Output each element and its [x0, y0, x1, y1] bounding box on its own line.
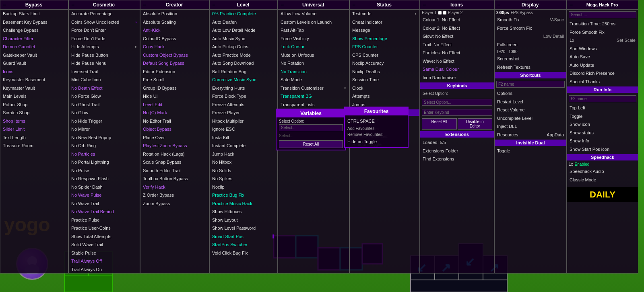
list-item[interactable]: No Transition: [278, 68, 349, 76]
creator-minimize[interactable]: −: [143, 2, 146, 8]
refresh-textures-item[interactable]: Refresh Textures: [495, 63, 566, 72]
list-item[interactable]: FPS Counter: [350, 43, 419, 51]
options-item[interactable]: Options: [495, 89, 566, 98]
list-item[interactable]: Testmode▸: [350, 10, 419, 18]
list-item[interactable]: Verify Hack: [140, 183, 209, 191]
list-item[interactable]: Shop Items: [0, 117, 68, 125]
list-item[interactable]: Trail Always On: [69, 265, 140, 273]
display-header[interactable]: − Display: [495, 0, 566, 10]
list-item[interactable]: Noclip: [210, 183, 277, 191]
keybind-reset-all-button[interactable]: Reset All: [422, 118, 457, 130]
level-header[interactable]: − Level: [210, 0, 277, 10]
disable-editor-button[interactable]: Disable in Editor: [458, 118, 493, 130]
list-item[interactable]: Editor Extension: [140, 68, 209, 76]
list-item[interactable]: No Hitbox: [210, 158, 277, 167]
list-item[interactable]: Gatekeeper Vault: [0, 51, 68, 60]
list-item[interactable]: Force Smooth Fix: [495, 24, 566, 33]
list-item[interactable]: Attempts: [350, 92, 419, 101]
list-item[interactable]: Special Thanks: [567, 78, 638, 86]
cosmetic-minimize[interactable]: −: [71, 2, 74, 8]
fullscreen-item[interactable]: Fullscreen: [495, 41, 566, 49]
list-item[interactable]: No Rotation: [278, 59, 349, 68]
list-item[interactable]: Solid Wave Trail: [69, 241, 140, 249]
inject-dll-item[interactable]: Inject DLL: [495, 122, 566, 131]
list-item[interactable]: Auto Practice Mode: [210, 51, 277, 60]
list-item[interactable]: CPS Counter: [350, 51, 419, 60]
list-item[interactable]: No Pulse: [69, 167, 140, 175]
bypass-minimize[interactable]: −: [3, 2, 6, 8]
list-item[interactable]: Accurate Percentage: [69, 10, 140, 18]
list-item[interactable]: No Death Effect: [69, 84, 140, 93]
list-item[interactable]: Mute on Unfocus: [278, 51, 349, 60]
list-item[interactable]: Force Don't Fade: [69, 35, 140, 43]
list-item[interactable]: Smart Start Pos▌: [210, 232, 277, 241]
list-item[interactable]: Mini Cube Icon: [69, 76, 140, 84]
mega-hack-header[interactable]: − Mega Hack Pro: [567, 0, 638, 10]
icons-minimize[interactable]: −: [423, 2, 426, 8]
list-item[interactable]: Corrective Music Sync: [210, 76, 277, 84]
list-item[interactable]: Freeze Attempts: [210, 101, 277, 109]
list-item[interactable]: Trail: No Effect: [420, 41, 494, 49]
list-item[interactable]: Object Bypass: [140, 125, 209, 134]
list-item[interactable]: Show Total Attempts: [69, 232, 140, 241]
list-item[interactable]: Show Percentage: [350, 35, 419, 43]
list-item[interactable]: Basement Key Bypass: [0, 18, 68, 27]
list-item[interactable]: No Hide Trigger: [69, 117, 140, 125]
keybind-enter-input[interactable]: [422, 109, 492, 116]
list-item[interactable]: Force Smooth Fix: [567, 28, 638, 37]
display-minimize[interactable]: −: [497, 2, 500, 8]
list-item[interactable]: Auto Pickup Coins: [210, 43, 277, 51]
list-item[interactable]: StartPos Switcher: [210, 241, 277, 249]
find-extensions-button[interactable]: Find Extensions: [420, 155, 494, 163]
list-item[interactable]: No Respawn Flash: [69, 175, 140, 183]
list-item[interactable]: Hitbox Multiplier: [210, 117, 277, 125]
list-item[interactable]: Toolbox Button Bypass: [140, 175, 209, 183]
hide-on-toggle-item[interactable]: Hide on Toggle: [347, 138, 405, 146]
list-item[interactable]: 0% Practice Complete: [210, 10, 277, 18]
list-item[interactable]: Jump Hack: [210, 150, 277, 158]
list-item[interactable]: Practice Bug Fix: [210, 191, 277, 199]
list-item[interactable]: Inversed Trail: [69, 68, 140, 76]
list-item[interactable]: Transparent BG: [278, 92, 349, 101]
shortcuts-name-input[interactable]: [496, 81, 565, 88]
creator-header[interactable]: − Creator: [140, 0, 209, 10]
list-item[interactable]: Insta Kill: [210, 134, 277, 142]
list-item[interactable]: Absolute Position: [140, 10, 209, 18]
list-item[interactable]: Safe Mode: [278, 76, 349, 84]
list-item[interactable]: Auto Update: [567, 61, 638, 70]
list-item[interactable]: Character Filter: [0, 35, 68, 43]
list-item[interactable]: Noclip Deaths: [350, 68, 419, 76]
list-item[interactable]: Practice User-Coins: [69, 224, 140, 232]
variables-reset-all-button[interactable]: Reset All: [279, 140, 343, 148]
list-item[interactable]: No Orb Ring: [69, 142, 140, 150]
list-item[interactable]: Guard Vault: [0, 59, 68, 68]
list-item[interactable]: Treasure Room: [0, 142, 68, 150]
list-item[interactable]: Lock Cursor: [278, 43, 349, 51]
list-item[interactable]: No Particles: [69, 150, 140, 158]
list-item[interactable]: Rotation Hack (Lags): [140, 150, 209, 158]
universal-minimize[interactable]: −: [281, 2, 284, 8]
screenshot-item[interactable]: Screenshot: [495, 55, 566, 63]
status-header[interactable]: − Status: [350, 0, 419, 10]
mega-minimize[interactable]: −: [570, 2, 573, 8]
list-item[interactable]: Instant Complete: [210, 142, 277, 150]
list-item[interactable]: Hide UI: [140, 92, 209, 101]
list-item[interactable]: Icon Randomiser: [420, 74, 494, 82]
list-item[interactable]: Show Level Password: [210, 224, 277, 232]
top-left-item[interactable]: Top Left: [567, 104, 638, 112]
list-item[interactable]: No Force Glow: [69, 92, 140, 101]
list-item[interactable]: Text Length: [0, 134, 68, 142]
show-icon-item[interactable]: Show icon: [567, 120, 638, 129]
list-item[interactable]: Trail Always Off: [69, 257, 140, 265]
list-item[interactable]: Custom Object Bypass: [140, 51, 209, 60]
list-item[interactable]: No (C) Mark: [140, 109, 209, 117]
list-item[interactable]: Glow: No Effect: [420, 32, 494, 41]
list-item[interactable]: No Editor Trail: [140, 117, 209, 125]
list-item[interactable]: Ignore ESC: [210, 125, 277, 134]
list-item[interactable]: Message: [350, 26, 419, 35]
list-item[interactable]: Group ID Bypass: [140, 84, 209, 93]
list-item[interactable]: No Solids: [210, 167, 277, 175]
speedhack-audio-item[interactable]: Speedhack Audio: [567, 167, 638, 176]
list-item[interactable]: Auto Deafen: [210, 18, 277, 27]
run-info-name-input[interactable]: [569, 95, 636, 102]
